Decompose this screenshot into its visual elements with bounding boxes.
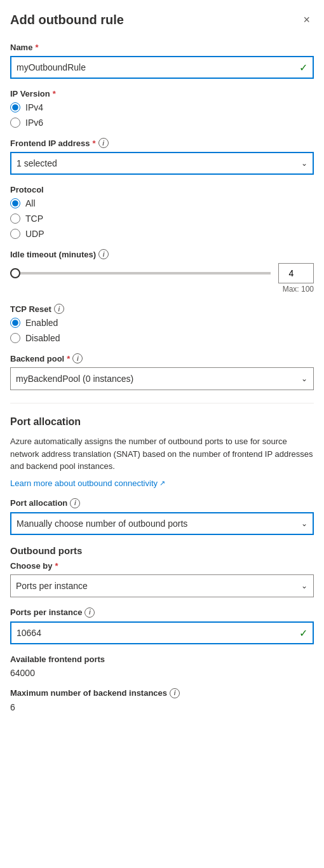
name-group: Name * ✓ — [10, 43, 314, 79]
slider-row — [10, 263, 314, 283]
frontend-ip-label: Frontend IP address * i — [10, 138, 314, 148]
protocol-all-option[interactable]: All — [10, 198, 314, 208]
name-label: Name * — [10, 43, 314, 52]
port-allocation-section: Port allocation Azure automatically assi… — [10, 416, 314, 488]
port-allocation-dropdown-label-text: Port allocation — [10, 498, 67, 508]
choose-by-dropdown-wrapper: Ports per instance ⌄ — [10, 574, 314, 597]
ipv4-radio[interactable] — [10, 102, 20, 112]
backend-pool-required: * — [67, 354, 70, 363]
ipv6-label: IPv6 — [25, 118, 43, 128]
choose-by-label-text: Choose by — [10, 561, 52, 571]
frontend-ip-dropdown[interactable]: 1 selected — [10, 152, 314, 175]
idle-timeout-info-icon[interactable]: i — [98, 249, 109, 259]
port-allocation-dropdown-group: Port allocation i Manually choose number… — [10, 498, 314, 535]
max-backend-instances-info-icon[interactable]: i — [170, 688, 180, 698]
ports-per-instance-group: Ports per instance i ✓ — [10, 607, 314, 644]
protocol-udp-label: UDP — [25, 229, 44, 239]
tcp-reset-info-icon[interactable]: i — [54, 304, 64, 314]
panel-title: Add outbound rule — [10, 13, 124, 27]
ip-version-required: * — [53, 89, 56, 98]
protocol-tcp-label: TCP — [25, 214, 43, 224]
tcp-reset-disabled-label: Disabled — [25, 333, 60, 343]
choose-by-dropdown[interactable]: Ports per instance — [10, 574, 314, 597]
ports-per-instance-check-icon: ✓ — [299, 627, 307, 639]
frontend-ip-group: Frontend IP address * i 1 selected ⌄ — [10, 138, 314, 175]
protocol-udp-radio[interactable] — [10, 229, 20, 239]
backend-pool-dropdown-wrapper: myBackendPool (0 instances) ⌄ — [10, 367, 314, 390]
protocol-label-text: Protocol — [10, 185, 44, 194]
ports-per-instance-input[interactable] — [10, 621, 314, 644]
ip-version-label: IP Version * — [10, 89, 314, 98]
ports-per-instance-info-icon[interactable]: i — [84, 607, 95, 618]
ipv6-option[interactable]: IPv6 — [10, 118, 314, 128]
choose-by-label: Choose by * — [10, 561, 314, 571]
name-input-wrapper: ✓ — [10, 56, 314, 79]
port-allocation-description: Azure automatically assigns the number o… — [10, 435, 314, 473]
frontend-ip-value: 1 selected — [17, 158, 57, 168]
port-allocation-dropdown-wrapper: Manually choose number of outbound ports… — [10, 512, 314, 535]
idle-timeout-value[interactable] — [278, 263, 314, 283]
available-frontend-ports-label-text: Available frontend ports — [10, 654, 105, 664]
max-backend-instances-label: Maximum number of backend instances i — [10, 688, 314, 698]
frontend-ip-required: * — [92, 139, 95, 148]
available-frontend-ports-label: Available frontend ports — [10, 654, 314, 664]
protocol-udp-option[interactable]: UDP — [10, 229, 314, 239]
idle-timeout-slider[interactable] — [10, 272, 271, 275]
max-backend-instances-group: Maximum number of backend instances i 6 — [10, 688, 314, 712]
backend-pool-dropdown[interactable]: myBackendPool (0 instances) — [10, 367, 314, 390]
backend-pool-info-icon[interactable]: i — [72, 353, 83, 363]
ports-per-instance-label: Ports per instance i — [10, 607, 314, 618]
port-allocation-title: Port allocation — [10, 416, 314, 428]
external-link-icon: ↗ — [159, 479, 165, 487]
outbound-ports-section: Outbound ports Choose by * Ports per ins… — [10, 545, 314, 712]
name-input[interactable] — [10, 56, 314, 79]
name-required: * — [35, 43, 38, 52]
backend-pool-label-text: Backend pool — [10, 354, 64, 363]
available-frontend-ports-value: 64000 — [10, 668, 314, 678]
protocol-all-radio[interactable] — [10, 198, 20, 208]
choose-by-group: Choose by * Ports per instance ⌄ — [10, 561, 314, 597]
protocol-label: Protocol — [10, 185, 314, 194]
tcp-reset-radio-group: Enabled Disabled — [10, 318, 314, 343]
max-backend-instances-value: 6 — [10, 702, 314, 712]
section-divider — [10, 403, 314, 403]
backend-pool-group: Backend pool * i myBackendPool (0 instan… — [10, 353, 314, 390]
ipv4-label: IPv4 — [25, 102, 43, 112]
ports-per-instance-input-wrapper: ✓ — [10, 621, 314, 644]
protocol-tcp-option[interactable]: TCP — [10, 214, 314, 224]
choose-by-required: * — [55, 561, 58, 571]
choose-by-value: Ports per instance — [16, 581, 88, 591]
port-allocation-info-icon[interactable]: i — [70, 498, 80, 508]
tcp-reset-enabled-option[interactable]: Enabled — [10, 318, 314, 328]
learn-more-link[interactable]: Learn more about outbound connectivity ↗ — [10, 478, 165, 488]
frontend-ip-info-icon[interactable]: i — [98, 138, 109, 148]
idle-timeout-group: Idle timeout (minutes) i Max: 100 — [10, 249, 314, 294]
add-outbound-rule-panel: Add outbound rule × Name * ✓ IP Version … — [0, 0, 324, 748]
ipv4-option[interactable]: IPv4 — [10, 102, 314, 112]
tcp-reset-disabled-radio[interactable] — [10, 333, 20, 343]
protocol-group: Protocol All TCP UDP — [10, 185, 314, 239]
frontend-ip-dropdown-wrapper: 1 selected ⌄ — [10, 152, 314, 175]
ipv6-radio[interactable] — [10, 118, 20, 128]
tcp-reset-group: TCP Reset i Enabled Disabled — [10, 304, 314, 343]
close-button[interactable]: × — [299, 13, 314, 27]
idle-timeout-max-label: Max: 100 — [10, 285, 314, 294]
available-frontend-ports-group: Available frontend ports 64000 — [10, 654, 314, 678]
panel-header: Add outbound rule × — [10, 13, 314, 27]
ports-per-instance-label-text: Ports per instance — [10, 607, 82, 617]
name-label-text: Name — [10, 43, 32, 52]
outbound-ports-title: Outbound ports — [10, 545, 314, 556]
backend-pool-value: myBackendPool (0 instances) — [16, 374, 133, 384]
idle-timeout-label: Idle timeout (minutes) i — [10, 249, 314, 259]
protocol-tcp-radio[interactable] — [10, 214, 20, 224]
protocol-all-label: All — [25, 198, 36, 208]
tcp-reset-enabled-radio[interactable] — [10, 318, 20, 328]
port-allocation-dropdown[interactable]: Manually choose number of outbound ports — [10, 512, 314, 535]
tcp-reset-label-text: TCP Reset — [10, 304, 51, 314]
port-allocation-dropdown-value: Manually choose number of outbound ports — [17, 519, 187, 529]
tcp-reset-label: TCP Reset i — [10, 304, 314, 314]
tcp-reset-enabled-label: Enabled — [25, 318, 58, 328]
learn-more-text: Learn more about outbound connectivity — [10, 478, 158, 488]
port-allocation-dropdown-label: Port allocation i — [10, 498, 314, 508]
tcp-reset-disabled-option[interactable]: Disabled — [10, 333, 314, 343]
